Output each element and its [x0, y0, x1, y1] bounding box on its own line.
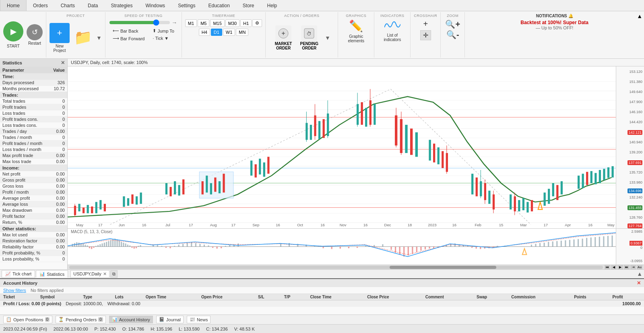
svg-rect-171: [129, 246, 130, 247]
svg-text:Feb: Feb: [475, 223, 481, 227]
restart-button[interactable]: ↺: [27, 24, 43, 40]
candlestick-chart[interactable]: May 17 Jun 16 Jul 17 Aug 17 Sep 16 Oct 1…: [68, 66, 616, 228]
svg-rect-157: [99, 244, 101, 247]
no-filters-text: No filters applied: [31, 288, 64, 293]
account-history-tab[interactable]: 📊 Account History: [109, 316, 153, 323]
chart-tab-duplicate[interactable]: ⧉: [110, 270, 118, 278]
menu-settings[interactable]: Settings: [171, 0, 202, 11]
svg-rect-46: [199, 172, 233, 198]
macd-chart[interactable]: MACD (5, 13, 3, Close): [68, 229, 616, 265]
tick-button[interactable]: · Tick ▼: [151, 35, 175, 41]
svg-rect-48: [206, 176, 208, 192]
svg-rect-173: [134, 247, 135, 249]
macd-scale: 2.5985 0.9367 0 -3.0955: [616, 229, 644, 265]
tf-m1[interactable]: M1: [185, 19, 197, 27]
svg-rect-150: [85, 245, 86, 247]
menu-charts[interactable]: Charts: [54, 0, 81, 11]
new-project-button[interactable]: + NewProject: [50, 23, 70, 53]
svg-rect-58: [305, 123, 308, 140]
svg-rect-246: [565, 240, 566, 247]
crosshair-add-button[interactable]: +: [423, 19, 428, 29]
stats-days-processed: Days processed 326: [0, 80, 67, 86]
svg-rect-51: [219, 181, 221, 193]
scrollbar-track[interactable]: [69, 266, 603, 269]
col-open-price: Open Price: [198, 294, 255, 300]
svg-text:17: 17: [98, 223, 103, 227]
scroll-end-button[interactable]: ⇥: [630, 265, 636, 270]
tf-h1[interactable]: H1: [240, 19, 252, 27]
scroll-auto-button[interactable]: Au: [637, 265, 642, 270]
pending-order-icon: ⏱: [301, 25, 317, 41]
chart-symbol-tab[interactable]: USDJPY,Daily ✕: [70, 270, 109, 278]
menu-data[interactable]: Data: [81, 0, 104, 11]
menu-store[interactable]: Store: [236, 0, 261, 11]
svg-rect-82: [433, 144, 435, 163]
svg-rect-39: [136, 196, 138, 205]
statistics-tab[interactable]: 📊 Statistics: [36, 270, 68, 277]
tf-gear[interactable]: ⚙: [252, 19, 262, 27]
svg-rect-162: [110, 240, 111, 247]
pending-orders-tab[interactable]: ⏳ Pending Orders 0: [56, 316, 106, 323]
open-project-button[interactable]: 📁: [73, 27, 93, 48]
chart-scrollbar[interactable]: ⏮ ◀ ▶ ⏭ ⇥ Au: [68, 265, 644, 269]
tf-h4[interactable]: H4: [199, 29, 210, 36]
menu-orders[interactable]: Orders: [27, 0, 54, 11]
start-button[interactable]: ▶: [3, 21, 23, 41]
list-item: Average loss0.00: [0, 201, 67, 207]
menu-strategies[interactable]: Strategies: [104, 0, 139, 11]
zoom-out-button[interactable]: 🔍-: [446, 30, 459, 39]
project-dropdown[interactable]: ▼: [96, 35, 102, 41]
speed-slider[interactable]: [109, 21, 170, 24]
tick-chart-tab[interactable]: 📈 Tick chart: [2, 270, 35, 278]
journal-tab[interactable]: 📓 Journal: [156, 316, 184, 323]
panel-collapse-button[interactable]: ▲: [637, 271, 642, 277]
zoom-in-button[interactable]: 🔍+: [445, 19, 460, 29]
menu-education[interactable]: Education: [202, 0, 236, 11]
tf-d1[interactable]: D1: [211, 29, 222, 36]
list-item: Max lot used0.00: [0, 232, 67, 238]
scroll-prev-button[interactable]: ◀: [611, 265, 617, 270]
svg-rect-188: [199, 244, 200, 247]
order-dropdown[interactable]: ▼: [325, 35, 330, 41]
svg-rect-241: [544, 243, 545, 247]
account-history-close[interactable]: ✕: [637, 280, 641, 286]
tf-m5[interactable]: M5: [198, 19, 209, 27]
open-positions-tab[interactable]: 📋 Open Positions 0: [3, 316, 52, 323]
news-tab[interactable]: 📰 News: [187, 316, 211, 323]
main-chart-area: May 17 Jun 16 Jul 17 Aug 17 Sep 16 Oct 1…: [68, 66, 644, 228]
tf-m15[interactable]: M15: [210, 19, 224, 27]
svg-rect-231: [476, 247, 477, 249]
list-item: Gross profit0.00: [0, 177, 67, 183]
svg-rect-79: [410, 128, 413, 155]
svg-rect-243: [552, 242, 553, 247]
scroll-first-button[interactable]: ⏮: [605, 265, 610, 270]
menu-windows[interactable]: Windows: [139, 0, 171, 11]
macd-panel: MACD (5, 13, 3, Close): [68, 228, 644, 265]
svg-rect-195: [229, 245, 230, 247]
list-item: Max loss trade0.00: [0, 159, 67, 165]
show-filters-link[interactable]: Show filters: [3, 288, 26, 293]
scroll-next-button[interactable]: ▶: [617, 265, 623, 270]
stats-close-button[interactable]: ✕: [61, 60, 65, 66]
svg-rect-256: [607, 236, 609, 247]
tf-m30[interactable]: M30: [225, 19, 239, 27]
macd-scale-mid: 0.9367: [630, 241, 642, 246]
bar-forward-button[interactable]: ⟶ Bar Forward: [111, 35, 147, 42]
bar-back-button[interactable]: ⟵ Bar Back: [111, 27, 147, 34]
tf-w1[interactable]: W1: [223, 29, 235, 36]
indicators-section[interactable]: INDICATORS List ofindicators: [374, 12, 411, 58]
notifications-collapse[interactable]: ▲: [637, 13, 642, 19]
graphics-section[interactable]: GRAPHICS ✏️ Graphicelements: [338, 12, 374, 58]
scroll-last-button[interactable]: ⏭: [624, 265, 630, 270]
jump-to-button[interactable]: ⬆ Jump To: [151, 27, 175, 34]
chart-tab-close[interactable]: ✕: [103, 271, 107, 277]
list-item: Profit / month0.00: [0, 189, 67, 195]
pending-order-button[interactable]: ⏱ PENDINGORDER: [298, 24, 320, 52]
menu-home[interactable]: Home: [0, 0, 27, 11]
menu-help[interactable]: Help: [261, 0, 284, 11]
crosshair-move-button[interactable]: ✛: [420, 30, 431, 40]
stats-trades-header: Trades:: [0, 92, 67, 98]
market-order-button[interactable]: + MARKETORDER: [273, 24, 294, 52]
scrollbar-thumb[interactable]: [390, 266, 496, 269]
tf-mn[interactable]: MN: [236, 29, 248, 36]
